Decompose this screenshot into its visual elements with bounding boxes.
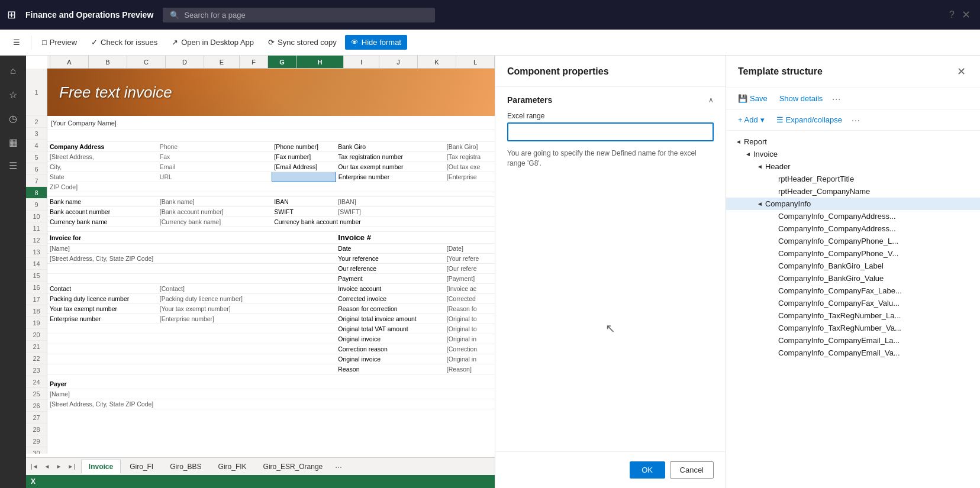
row-3-spacer (47, 130, 495, 142)
tax-exempt-label: Our tax exempt number (336, 162, 444, 172)
sidebar-item-favorites[interactable]: ☆ (2, 84, 24, 105)
sheet-nav-prev[interactable]: ◄ (42, 462, 53, 471)
col-header-d[interactable]: D (166, 56, 204, 68)
sidebar-item-recent[interactable]: ◷ (2, 108, 24, 129)
collapse-icon[interactable]: ∧ (708, 96, 714, 104)
template-panel-close-button[interactable]: ✕ (955, 65, 968, 78)
search-input[interactable] (184, 11, 428, 20)
spreadsheet-container: 1 2 3 4 5 6 7 8 9 10 11 12 13 14 15 16 1… (26, 69, 495, 454)
sidebar-item-list[interactable]: ☰ (2, 155, 24, 176)
excel-range-input[interactable] (507, 122, 714, 141)
tree-item-companyinfo-companyemail-va[interactable]: CompanyInfo_CompanyEmail_Va... (726, 347, 980, 359)
col-header-e[interactable]: E (204, 56, 240, 68)
col-header-a[interactable]: A (50, 56, 89, 68)
tree-item-companyinfo-phone-l[interactable]: CompanyInfo_CompanyPhone_L... (726, 235, 980, 247)
sync-copy-button[interactable]: ⟳ Sync stored copy (262, 35, 343, 50)
tab-giro-fik[interactable]: Giro_FIK (211, 460, 254, 474)
sheet-nav-next[interactable]: ► (53, 462, 64, 471)
table-row: Correction reason [Correction (47, 344, 495, 354)
tree-item-companyinfo[interactable]: ◄ CompanyInfo (726, 198, 980, 210)
app-title: Finance and Operations Preview (25, 10, 153, 20)
payer-address: [Street Address, City, State ZIP Code] (47, 399, 336, 409)
sheet-nav-prev-start[interactable]: |◄ (28, 462, 41, 471)
tree-item-companyinfo-companyfax-valu[interactable]: CompanyInfo_CompanyFax_Valu... (726, 297, 980, 309)
invoice-account-value: [Invoice ac (444, 284, 495, 294)
col-header-l[interactable]: L (456, 56, 495, 68)
add-button[interactable]: + Add ▾ (736, 114, 767, 125)
col-header-i[interactable]: I (344, 56, 379, 68)
help-icon[interactable]: ? (949, 9, 955, 20)
expand-icon: ☰ (776, 115, 784, 124)
col-header-h[interactable]: H (296, 56, 344, 68)
col-header-k[interactable]: K (418, 56, 456, 68)
col-header-g[interactable]: G (268, 56, 296, 68)
tree-item-rptheader-reporttitle[interactable]: rptHeader_ReportTitle (726, 173, 980, 185)
tree-item-companyinfo-bankgiro-label[interactable]: CompanyInfo_BankGiro_Label (726, 260, 980, 272)
tree-item-rptheader-companyname[interactable]: rptHeader_CompanyName (726, 185, 980, 198)
row-num-29: 29 (26, 435, 47, 447)
col-header-b[interactable]: B (89, 56, 127, 68)
row-num-9: 9 (26, 199, 47, 211)
expand-collapse-button[interactable]: ☰ Expand/collapse (774, 114, 844, 125)
state-row: State (47, 172, 157, 182)
waffle-icon[interactable]: ⊞ (7, 8, 16, 21)
invoice-num-label: Invoice # (336, 232, 495, 244)
sheet-tabs: |◄ ◄ ► ►| Invoice Giro_FI Giro_BBS Giro_… (26, 457, 495, 475)
save-button[interactable]: 💾 Save (736, 93, 770, 104)
tab-giro-bbs[interactable]: Giro_BBS (162, 460, 209, 474)
tree-item-companyinfo-phone-v[interactable]: CompanyInfo_CompanyPhone_V... (726, 247, 980, 260)
toolbar: ☰ □ Preview ✓ Check for issues ↗ Open in… (0, 30, 980, 56)
tree-item-invoice[interactable]: ◄ Invoice (726, 148, 980, 160)
tab-invoice[interactable]: Invoice (81, 460, 121, 474)
col-header-f[interactable]: F (240, 56, 268, 68)
sheet-nav-next-end[interactable]: ►| (65, 462, 78, 471)
tab-giro-esr-orange[interactable]: Giro_ESR_Orange (256, 460, 331, 474)
tree-item-companyinfo-address1[interactable]: CompanyInfo_CompanyAddress... (726, 210, 980, 222)
parameters-section-header[interactable]: Parameters ∧ (507, 87, 714, 112)
ok-button[interactable]: OK (630, 461, 665, 479)
chevron-down-icon: ▾ (760, 115, 765, 124)
cancel-button[interactable]: Cancel (670, 461, 714, 479)
hamburger-button[interactable]: ☰ (7, 35, 26, 50)
table-row: Bank name [Bank name] IBAN [IBAN] (47, 197, 495, 207)
more-options-2[interactable]: ··· (852, 115, 860, 125)
your-ref-label: Your reference (336, 254, 444, 264)
search-bar[interactable]: 🔍 (163, 8, 435, 22)
col-header-j[interactable]: J (379, 56, 418, 68)
tree-item-companyinfo-address2[interactable]: CompanyInfo_CompanyAddress... (726, 222, 980, 235)
tree-item-companyinfo-taxregnumber-va[interactable]: CompanyInfo_TaxRegNumber_Va... (726, 322, 980, 334)
sheet-tabs-bar: |◄ ◄ ► ►| Invoice Giro_FI Giro_BBS Giro_… (26, 457, 495, 475)
table-row: [Name] Date [Date] (47, 244, 495, 254)
col-header-c[interactable]: C (127, 56, 166, 68)
open-desktop-button[interactable]: ↗ Open in Desktop App (166, 35, 260, 50)
invoice-account-label: Invoice account (336, 284, 444, 294)
payer-label: Payer (47, 379, 336, 389)
preview-button[interactable]: □ Preview (36, 35, 83, 50)
packing-label: Packing duty licence number (47, 294, 157, 304)
invoice-content: Free text invoice [Your Company Name] Co… (47, 69, 495, 454)
url-value-highlighted[interactable] (272, 172, 336, 182)
hide-format-button[interactable]: 👁 Hide format (345, 35, 407, 50)
tab-giro-fi[interactable]: Giro_FI (122, 460, 161, 474)
tree-item-companyinfo-bankgiro-value[interactable]: CompanyInfo_BankGiro_Value (726, 272, 980, 285)
tree-item-report[interactable]: ◄ Report (726, 135, 980, 148)
close-button-nav[interactable]: ✕ (959, 8, 973, 21)
currency-bank-label: Currency bank name (47, 217, 157, 227)
row-num-28: 28 (26, 424, 47, 435)
enterprise2-label: Enterprise number (47, 314, 157, 324)
tree-item-companyinfo-companyemail-la[interactable]: CompanyInfo_CompanyEmail_La... (726, 334, 980, 347)
show-details-button[interactable]: Show details (777, 93, 826, 104)
tabs-more-button[interactable]: ··· (331, 462, 346, 471)
parameters-section: Parameters ∧ Excel range You are going t… (495, 87, 726, 169)
top-nav: ⊞ Finance and Operations Preview 🔍 ? ✕ (0, 0, 980, 30)
tree-item-companyinfo-taxregnumber-la[interactable]: CompanyInfo_TaxRegNumber_La... (726, 309, 980, 322)
corrected-invoice-value: [Corrected (444, 294, 495, 304)
tree-item-companyinfo-companyfax-labe[interactable]: CompanyInfo_CompanyFax_Labe... (726, 285, 980, 297)
template-toolbar-row2: + Add ▾ ☰ Expand/collapse ··· (726, 109, 980, 131)
sidebar-item-workspaces[interactable]: ▦ (2, 131, 24, 153)
sidebar-item-home[interactable]: ⌂ (2, 60, 24, 82)
tree-item-header[interactable]: ◄ Header (726, 160, 980, 173)
check-issues-button[interactable]: ✓ Check for issues (85, 35, 163, 50)
our-ref-value: [Our refere (444, 264, 495, 274)
more-options-1[interactable]: ··· (832, 94, 841, 104)
